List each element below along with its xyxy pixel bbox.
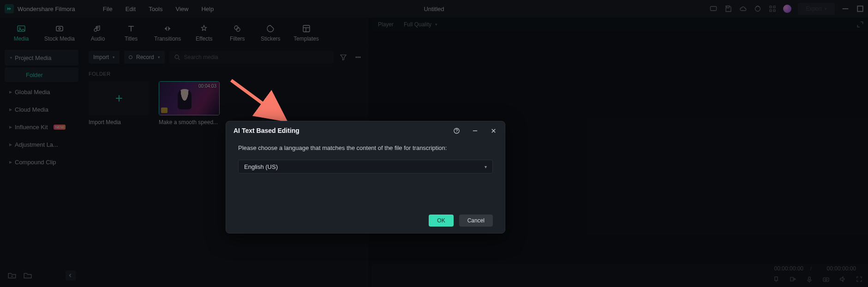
language-select[interactable]: English (US) ▾ bbox=[238, 160, 493, 173]
language-selected-value: English (US) bbox=[244, 163, 278, 170]
player-tool-icons bbox=[772, 275, 863, 283]
menu-view[interactable]: View bbox=[175, 6, 188, 12]
fullscreen-icon[interactable] bbox=[855, 275, 863, 283]
svg-rect-22 bbox=[775, 277, 778, 281]
chevron-right-icon: ▶ bbox=[9, 125, 12, 129]
timecode-total: 00:00:00:00 bbox=[827, 265, 856, 272]
menu-tools[interactable]: Tools bbox=[149, 6, 162, 12]
tab-stickers[interactable]: Stickers bbox=[260, 24, 281, 46]
search-field[interactable] bbox=[169, 51, 334, 64]
clip-duration: 00:04:03 bbox=[198, 84, 216, 89]
sidebar-item-influence-kit[interactable]: ▶Influence KitNEW bbox=[5, 119, 78, 135]
menu-bar: File Edit Tools View Help bbox=[103, 6, 214, 12]
title-bar: Wondershare Filmora File Edit Tools View… bbox=[0, 0, 868, 18]
collapse-sidebar-button[interactable] bbox=[66, 270, 76, 281]
svg-rect-0 bbox=[711, 6, 717, 11]
audio-icon bbox=[93, 24, 102, 34]
window-minimize-button[interactable] bbox=[841, 5, 850, 13]
close-dialog-button[interactable] bbox=[489, 126, 497, 135]
dialog-message: Please choose a language that matches th… bbox=[238, 144, 493, 151]
quality-dropdown[interactable]: Full Quality▾ bbox=[404, 21, 437, 28]
cloud-icon[interactable] bbox=[739, 5, 747, 13]
tab-effects[interactable]: Effects bbox=[194, 24, 214, 46]
svg-point-21 bbox=[359, 57, 360, 58]
clip-thumb: 00:04:03 bbox=[159, 81, 220, 115]
player-tab[interactable]: Player bbox=[378, 21, 394, 28]
svg-point-19 bbox=[356, 57, 357, 58]
svg-rect-23 bbox=[808, 277, 810, 280]
record-icon bbox=[129, 55, 132, 59]
svg-point-17 bbox=[175, 55, 179, 59]
new-badge: NEW bbox=[54, 125, 66, 130]
sidebar-item-cloud-media[interactable]: ▶Cloud Media bbox=[5, 102, 78, 117]
effects-icon bbox=[199, 24, 209, 34]
device-icon[interactable] bbox=[709, 5, 718, 13]
tab-media[interactable]: Media bbox=[11, 24, 31, 46]
import-dropdown[interactable]: Import▾ bbox=[89, 51, 120, 64]
app-brand: Wondershare Filmora bbox=[0, 4, 75, 13]
export-button[interactable]: Export ▾ bbox=[798, 3, 835, 15]
stickers-icon bbox=[266, 24, 275, 34]
menu-edit[interactable]: Edit bbox=[126, 6, 136, 12]
cancel-button[interactable]: Cancel bbox=[459, 215, 493, 227]
svg-rect-2 bbox=[770, 6, 772, 8]
tab-titles[interactable]: Titles bbox=[121, 24, 141, 46]
svg-point-11 bbox=[59, 28, 60, 30]
dialog-footer: OK Cancel bbox=[226, 208, 505, 233]
window-maximize-button[interactable] bbox=[856, 5, 864, 13]
filter-icon[interactable] bbox=[338, 52, 348, 62]
chevron-down-icon: ▼ bbox=[9, 56, 12, 60]
sidebar-item-adjustment-layer[interactable]: ▶Adjustment La... bbox=[5, 137, 78, 152]
tab-templates[interactable]: Templates bbox=[293, 24, 319, 46]
svg-rect-14 bbox=[303, 25, 310, 32]
menu-help[interactable]: Help bbox=[201, 6, 214, 12]
media-clip-tile[interactable]: 00:04:03 Make a smooth speed... bbox=[159, 81, 220, 126]
document-title: Untitled bbox=[424, 6, 444, 12]
tool-tabs: Media Stock Media Audio Titles Transitio… bbox=[0, 18, 369, 46]
timecode-separator: / bbox=[810, 265, 812, 272]
svg-rect-24 bbox=[823, 278, 829, 281]
sidebar-item-compound-clip[interactable]: ▶Compound Clip bbox=[5, 154, 78, 170]
tab-audio[interactable]: Audio bbox=[88, 24, 108, 46]
ai-text-editing-dialog: AI Text Based Editing Please choose a la… bbox=[226, 121, 505, 233]
menu-file[interactable]: File bbox=[103, 6, 113, 12]
more-icon[interactable] bbox=[353, 52, 363, 62]
new-folder-icon[interactable] bbox=[7, 271, 17, 280]
search-input[interactable] bbox=[184, 54, 329, 60]
svg-point-20 bbox=[358, 57, 359, 58]
import-tile-label: Import Media bbox=[89, 119, 150, 126]
clip-type-badge-icon bbox=[161, 108, 168, 113]
tab-transitions[interactable]: Transitions bbox=[154, 24, 181, 46]
grid-icon[interactable] bbox=[768, 5, 777, 13]
sidebar-sub-folder[interactable]: Folder bbox=[5, 67, 78, 82]
folder-icon[interactable] bbox=[23, 271, 32, 280]
voiceover-icon[interactable] bbox=[805, 275, 814, 283]
record-dropdown[interactable]: Record▾ bbox=[124, 51, 165, 64]
help-icon[interactable] bbox=[452, 126, 461, 135]
sidebar-footer bbox=[5, 270, 78, 283]
player-header: Player Full Quality▾ bbox=[371, 18, 868, 31]
chevron-down-icon: ▾ bbox=[825, 6, 827, 11]
search-icon bbox=[174, 54, 180, 60]
tab-stock-media[interactable]: Stock Media bbox=[44, 24, 75, 46]
marker-icon[interactable] bbox=[772, 275, 780, 283]
chevron-right-icon: ▶ bbox=[9, 143, 12, 147]
tab-filters[interactable]: Filters bbox=[227, 24, 247, 46]
ratio-icon[interactable] bbox=[789, 275, 797, 283]
minimize-dialog-button[interactable] bbox=[471, 126, 479, 135]
sidebar-item-project-media[interactable]: ▼Project Media bbox=[5, 50, 78, 66]
sidebar-item-global-media[interactable]: ▶Global Media bbox=[5, 84, 78, 100]
expand-icon[interactable] bbox=[856, 20, 864, 29]
content-toolbar: Import▾ Record▾ bbox=[89, 51, 363, 64]
ok-button[interactable]: OK bbox=[429, 215, 453, 227]
dialog-body: Please choose a language that matches th… bbox=[226, 140, 505, 208]
media-grid: + Import Media 00:04:03 Make a smooth sp… bbox=[89, 81, 363, 126]
support-icon[interactable] bbox=[754, 5, 762, 13]
import-media-tile[interactable]: + Import Media bbox=[89, 81, 150, 126]
app-name: Wondershare Filmora bbox=[18, 6, 75, 12]
save-icon[interactable] bbox=[724, 5, 732, 13]
volume-icon[interactable] bbox=[838, 275, 847, 283]
snapshot-icon[interactable] bbox=[822, 275, 830, 283]
svg-rect-10 bbox=[56, 26, 63, 31]
user-avatar[interactable] bbox=[783, 5, 791, 13]
